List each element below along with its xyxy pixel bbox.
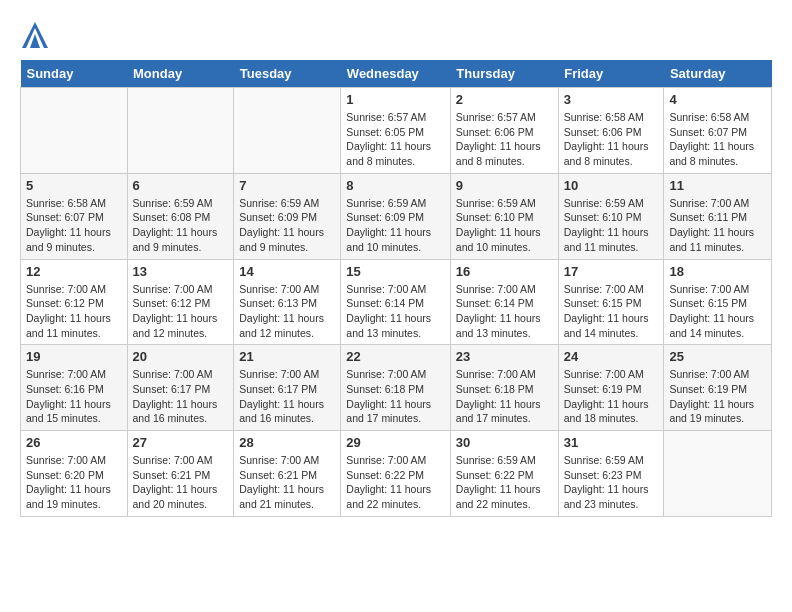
day-number: 14 — [239, 264, 335, 279]
logo-icon — [20, 20, 50, 50]
calendar-cell: 15Sunrise: 7:00 AMSunset: 6:14 PMDayligh… — [341, 259, 451, 345]
calendar-cell: 21Sunrise: 7:00 AMSunset: 6:17 PMDayligh… — [234, 345, 341, 431]
day-number: 13 — [133, 264, 229, 279]
calendar-cell: 12Sunrise: 7:00 AMSunset: 6:12 PMDayligh… — [21, 259, 128, 345]
day-info: Sunrise: 6:59 AMSunset: 6:22 PMDaylight:… — [456, 453, 553, 512]
day-number: 27 — [133, 435, 229, 450]
day-number: 22 — [346, 349, 445, 364]
day-number: 3 — [564, 92, 659, 107]
calendar-cell — [127, 88, 234, 174]
day-info: Sunrise: 7:00 AMSunset: 6:12 PMDaylight:… — [26, 282, 122, 341]
week-row-4: 19Sunrise: 7:00 AMSunset: 6:16 PMDayligh… — [21, 345, 772, 431]
day-number: 8 — [346, 178, 445, 193]
day-info: Sunrise: 7:00 AMSunset: 6:14 PMDaylight:… — [456, 282, 553, 341]
calendar-cell: 25Sunrise: 7:00 AMSunset: 6:19 PMDayligh… — [664, 345, 772, 431]
day-info: Sunrise: 6:58 AMSunset: 6:07 PMDaylight:… — [26, 196, 122, 255]
calendar-cell: 3Sunrise: 6:58 AMSunset: 6:06 PMDaylight… — [558, 88, 664, 174]
calendar-cell: 1Sunrise: 6:57 AMSunset: 6:05 PMDaylight… — [341, 88, 451, 174]
calendar-cell: 30Sunrise: 6:59 AMSunset: 6:22 PMDayligh… — [450, 431, 558, 517]
week-row-2: 5Sunrise: 6:58 AMSunset: 6:07 PMDaylight… — [21, 173, 772, 259]
day-header-thursday: Thursday — [450, 60, 558, 88]
calendar-cell: 16Sunrise: 7:00 AMSunset: 6:14 PMDayligh… — [450, 259, 558, 345]
day-info: Sunrise: 7:00 AMSunset: 6:18 PMDaylight:… — [346, 367, 445, 426]
calendar-cell: 6Sunrise: 6:59 AMSunset: 6:08 PMDaylight… — [127, 173, 234, 259]
day-header-saturday: Saturday — [664, 60, 772, 88]
day-number: 2 — [456, 92, 553, 107]
calendar-cell: 31Sunrise: 6:59 AMSunset: 6:23 PMDayligh… — [558, 431, 664, 517]
day-header-monday: Monday — [127, 60, 234, 88]
day-info: Sunrise: 7:00 AMSunset: 6:16 PMDaylight:… — [26, 367, 122, 426]
day-info: Sunrise: 6:59 AMSunset: 6:10 PMDaylight:… — [456, 196, 553, 255]
day-header-tuesday: Tuesday — [234, 60, 341, 88]
calendar-table: SundayMondayTuesdayWednesdayThursdayFrid… — [20, 60, 772, 517]
day-number: 29 — [346, 435, 445, 450]
day-info: Sunrise: 7:00 AMSunset: 6:18 PMDaylight:… — [456, 367, 553, 426]
calendar-cell: 24Sunrise: 7:00 AMSunset: 6:19 PMDayligh… — [558, 345, 664, 431]
day-info: Sunrise: 6:58 AMSunset: 6:06 PMDaylight:… — [564, 110, 659, 169]
week-row-1: 1Sunrise: 6:57 AMSunset: 6:05 PMDaylight… — [21, 88, 772, 174]
calendar-cell: 26Sunrise: 7:00 AMSunset: 6:20 PMDayligh… — [21, 431, 128, 517]
calendar-cell: 8Sunrise: 6:59 AMSunset: 6:09 PMDaylight… — [341, 173, 451, 259]
calendar-cell: 27Sunrise: 7:00 AMSunset: 6:21 PMDayligh… — [127, 431, 234, 517]
calendar-cell: 23Sunrise: 7:00 AMSunset: 6:18 PMDayligh… — [450, 345, 558, 431]
day-info: Sunrise: 7:00 AMSunset: 6:21 PMDaylight:… — [133, 453, 229, 512]
calendar-cell: 17Sunrise: 7:00 AMSunset: 6:15 PMDayligh… — [558, 259, 664, 345]
calendar-cell — [664, 431, 772, 517]
calendar-cell: 10Sunrise: 6:59 AMSunset: 6:10 PMDayligh… — [558, 173, 664, 259]
calendar-cell — [21, 88, 128, 174]
day-info: Sunrise: 7:00 AMSunset: 6:12 PMDaylight:… — [133, 282, 229, 341]
day-info: Sunrise: 6:58 AMSunset: 6:07 PMDaylight:… — [669, 110, 766, 169]
calendar-cell — [234, 88, 341, 174]
day-info: Sunrise: 6:59 AMSunset: 6:09 PMDaylight:… — [346, 196, 445, 255]
day-info: Sunrise: 7:00 AMSunset: 6:11 PMDaylight:… — [669, 196, 766, 255]
day-info: Sunrise: 7:00 AMSunset: 6:14 PMDaylight:… — [346, 282, 445, 341]
day-number: 23 — [456, 349, 553, 364]
day-header-wednesday: Wednesday — [341, 60, 451, 88]
day-number: 4 — [669, 92, 766, 107]
day-number: 21 — [239, 349, 335, 364]
calendar-header-row: SundayMondayTuesdayWednesdayThursdayFrid… — [21, 60, 772, 88]
calendar-cell: 19Sunrise: 7:00 AMSunset: 6:16 PMDayligh… — [21, 345, 128, 431]
week-row-5: 26Sunrise: 7:00 AMSunset: 6:20 PMDayligh… — [21, 431, 772, 517]
day-info: Sunrise: 7:00 AMSunset: 6:13 PMDaylight:… — [239, 282, 335, 341]
calendar-cell: 7Sunrise: 6:59 AMSunset: 6:09 PMDaylight… — [234, 173, 341, 259]
calendar-cell: 18Sunrise: 7:00 AMSunset: 6:15 PMDayligh… — [664, 259, 772, 345]
calendar-cell: 11Sunrise: 7:00 AMSunset: 6:11 PMDayligh… — [664, 173, 772, 259]
calendar-cell: 4Sunrise: 6:58 AMSunset: 6:07 PMDaylight… — [664, 88, 772, 174]
day-number: 24 — [564, 349, 659, 364]
calendar-cell: 20Sunrise: 7:00 AMSunset: 6:17 PMDayligh… — [127, 345, 234, 431]
day-info: Sunrise: 6:59 AMSunset: 6:09 PMDaylight:… — [239, 196, 335, 255]
day-number: 17 — [564, 264, 659, 279]
day-number: 28 — [239, 435, 335, 450]
day-number: 30 — [456, 435, 553, 450]
calendar-cell: 28Sunrise: 7:00 AMSunset: 6:21 PMDayligh… — [234, 431, 341, 517]
day-number: 26 — [26, 435, 122, 450]
calendar-cell: 22Sunrise: 7:00 AMSunset: 6:18 PMDayligh… — [341, 345, 451, 431]
day-number: 25 — [669, 349, 766, 364]
calendar-cell: 13Sunrise: 7:00 AMSunset: 6:12 PMDayligh… — [127, 259, 234, 345]
day-info: Sunrise: 7:00 AMSunset: 6:19 PMDaylight:… — [669, 367, 766, 426]
calendar-cell: 2Sunrise: 6:57 AMSunset: 6:06 PMDaylight… — [450, 88, 558, 174]
day-number: 12 — [26, 264, 122, 279]
day-info: Sunrise: 7:00 AMSunset: 6:17 PMDaylight:… — [133, 367, 229, 426]
day-number: 19 — [26, 349, 122, 364]
day-number: 9 — [456, 178, 553, 193]
day-info: Sunrise: 6:57 AMSunset: 6:06 PMDaylight:… — [456, 110, 553, 169]
day-number: 18 — [669, 264, 766, 279]
logo — [20, 20, 54, 50]
day-header-sunday: Sunday — [21, 60, 128, 88]
page-header — [20, 20, 772, 50]
day-info: Sunrise: 6:59 AMSunset: 6:08 PMDaylight:… — [133, 196, 229, 255]
day-number: 15 — [346, 264, 445, 279]
day-header-friday: Friday — [558, 60, 664, 88]
day-number: 31 — [564, 435, 659, 450]
day-info: Sunrise: 6:59 AMSunset: 6:23 PMDaylight:… — [564, 453, 659, 512]
week-row-3: 12Sunrise: 7:00 AMSunset: 6:12 PMDayligh… — [21, 259, 772, 345]
day-number: 1 — [346, 92, 445, 107]
calendar-cell: 29Sunrise: 7:00 AMSunset: 6:22 PMDayligh… — [341, 431, 451, 517]
day-number: 6 — [133, 178, 229, 193]
day-info: Sunrise: 6:57 AMSunset: 6:05 PMDaylight:… — [346, 110, 445, 169]
day-number: 5 — [26, 178, 122, 193]
day-info: Sunrise: 7:00 AMSunset: 6:22 PMDaylight:… — [346, 453, 445, 512]
day-number: 10 — [564, 178, 659, 193]
